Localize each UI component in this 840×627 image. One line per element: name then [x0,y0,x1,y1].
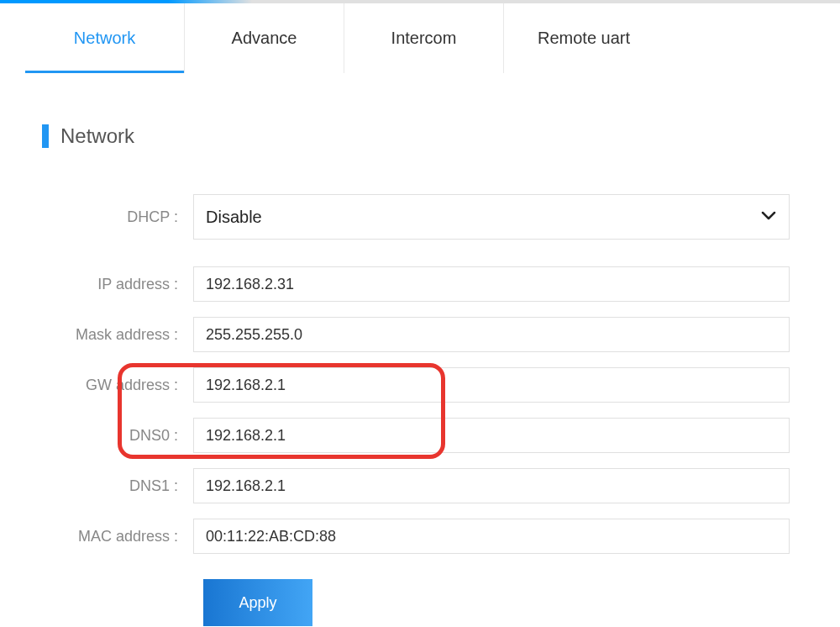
mac-address-input[interactable] [193,519,790,554]
tab-advance[interactable]: Advance [185,3,344,73]
ip-address-input[interactable] [193,266,790,302]
tab-network[interactable]: Network [25,3,185,73]
row-ip: IP address : [42,266,798,302]
row-dns0: DNS0 : [42,418,798,453]
row-gw: GW address : [42,367,798,403]
row-mac: MAC address : [42,519,798,554]
label-ip: IP address : [42,276,193,293]
row-mask: Mask address : [42,317,798,352]
label-dhcp: DHCP : [42,208,193,226]
dns0-input[interactable] [193,418,790,453]
dhcp-select-wrap: Disable [193,194,790,240]
section-title: Network [60,124,134,148]
content-area: Network DHCP : Disable IP address : Mask… [0,74,840,627]
row-dns1: DNS1 : [42,468,798,503]
form-container: DHCP : Disable IP address : Mask address… [42,194,798,626]
row-dhcp: DHCP : Disable [42,194,798,240]
dhcp-select[interactable]: Disable [193,194,790,240]
button-row: Apply [42,579,798,626]
tab-remote-uart[interactable]: Remote uart [504,3,664,73]
gw-address-input[interactable] [193,367,790,403]
label-mask: Mask address : [42,326,193,344]
label-dns0: DNS0 : [42,427,193,445]
section-marker-icon [42,124,49,148]
tab-bar: Network Advance Intercom Remote uart [0,3,840,74]
tab-intercom[interactable]: Intercom [344,3,504,73]
mask-address-input[interactable] [193,317,790,352]
label-mac: MAC address : [42,528,193,545]
section-header: Network [42,124,798,148]
label-gw: GW address : [42,377,193,394]
apply-button[interactable]: Apply [203,579,312,626]
dns1-input[interactable] [193,468,790,503]
label-dns1: DNS1 : [42,477,193,495]
